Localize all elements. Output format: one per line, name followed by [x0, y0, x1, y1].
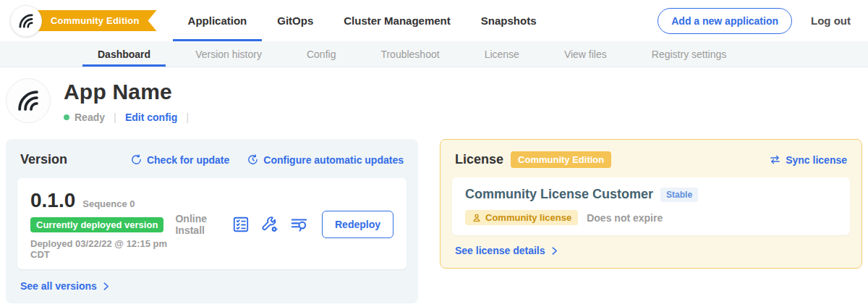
license-type-badge: Community license: [465, 210, 578, 225]
version-info-column: 0.1.0 Sequence 0 Currently deployed vers…: [30, 189, 175, 260]
tab-config[interactable]: Config: [284, 41, 358, 67]
logout-button[interactable]: Log out: [811, 14, 851, 27]
tab-license[interactable]: License: [462, 41, 542, 67]
nav-item-application[interactable]: Application: [173, 0, 263, 41]
sync-license-link[interactable]: Sync license: [769, 154, 847, 166]
app-logo-icon: [14, 87, 42, 114]
version-actions: Online Install: [175, 211, 393, 238]
expiry-text: Does not expire: [587, 212, 663, 224]
configure-automatic-updates-link[interactable]: Configure automatic updates: [247, 154, 404, 166]
brand-logo-block: Community Edition: [10, 5, 157, 37]
preflight-checklist-icon[interactable]: [231, 215, 250, 234]
tab-registry-settings[interactable]: Registry settings: [629, 41, 749, 67]
channel-badge: Stable: [660, 188, 698, 202]
nav-item-gitops[interactable]: GitOps: [262, 0, 328, 41]
replicated-logo-icon: [17, 12, 35, 30]
app-avatar: [6, 78, 51, 123]
sync-arrows-icon: [769, 154, 781, 166]
divider: |: [186, 111, 189, 123]
page-title: App Name: [64, 80, 197, 104]
version-card-title: Version: [20, 152, 67, 167]
license-card: License Community Edition Sync license C…: [440, 139, 862, 269]
brand-logo-circle: [10, 5, 42, 37]
tab-version-history[interactable]: Version history: [173, 41, 284, 67]
edit-config-link[interactable]: Edit config: [125, 112, 177, 123]
app-status-row: Ready | Edit config |: [64, 111, 197, 123]
edition-badge: Community Edition: [511, 151, 611, 168]
chevron-right-icon: [101, 282, 111, 291]
top-nav-bar: Community Edition Application GitOps Clu…: [0, 0, 868, 41]
current-version-panel: 0.1.0 Sequence 0 Currently deployed vers…: [17, 178, 407, 269]
app-sub-nav: Dashboard Version history Config Trouble…: [0, 41, 868, 67]
chevron-right-icon: [550, 246, 559, 256]
view-logs-icon[interactable]: [289, 215, 309, 234]
license-card-title: License: [455, 152, 503, 167]
person-icon: [472, 213, 482, 223]
install-type-label: Online Install: [175, 213, 218, 236]
tab-troubleshoot[interactable]: Troubleshoot: [358, 41, 461, 67]
tab-view-files[interactable]: View files: [542, 41, 629, 67]
version-number: 0.1.0: [30, 189, 75, 212]
refresh-icon: [130, 154, 142, 166]
check-for-update-link[interactable]: Check for update: [130, 154, 229, 166]
currently-deployed-badge: Currently deployed version: [30, 217, 163, 232]
config-wrench-icon[interactable]: [260, 215, 279, 234]
version-card: Version Check for update: [6, 139, 418, 303]
tab-dashboard[interactable]: Dashboard: [75, 41, 173, 67]
see-license-details-link[interactable]: See license details: [452, 245, 850, 256]
dashboard-cards-row: Version Check for update: [0, 139, 868, 303]
nav-item-snapshots[interactable]: Snapshots: [466, 0, 552, 41]
redeploy-button[interactable]: Redeploy: [322, 211, 393, 238]
app-header: App Name Ready | Edit config |: [0, 67, 868, 123]
status-badge: Ready: [75, 112, 105, 123]
nav-item-cluster-management[interactable]: Cluster Management: [328, 0, 466, 41]
license-details-panel: Community License Customer Stable Commun…: [452, 177, 850, 235]
top-nav-links: Application GitOps Cluster Management Sn…: [173, 0, 552, 41]
status-dot: [64, 114, 69, 120]
customer-name: Community License Customer: [465, 187, 653, 202]
see-all-versions-link[interactable]: See all versions: [17, 280, 407, 292]
divider: |: [114, 111, 116, 123]
auto-update-clock-icon: [247, 154, 259, 166]
add-new-application-button[interactable]: Add a new application: [658, 8, 792, 34]
deployed-timestamp: Deployed 03/22/22 @ 12:15 pm CDT: [30, 238, 175, 260]
sequence-label: Sequence 0: [82, 198, 135, 209]
community-edition-ribbon: Community Edition: [27, 10, 157, 31]
